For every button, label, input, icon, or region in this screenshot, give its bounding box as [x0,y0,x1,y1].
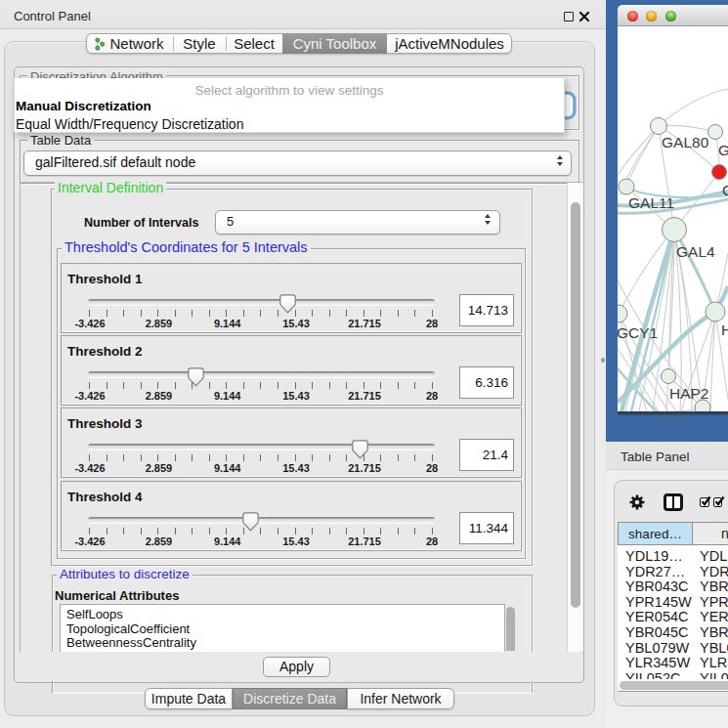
svg-text:GCY1: GCY1 [618,324,658,341]
svg-text:C: C [722,182,728,198]
svg-text:GAL80: GAL80 [662,134,709,150]
svg-text:GA: GA [718,142,728,158]
svg-text:GAL4: GAL4 [676,243,715,260]
svg-text:GAL11: GAL11 [628,194,674,211]
svg-text:H: H [721,321,728,338]
svg-text:HAP2: HAP2 [669,385,709,402]
